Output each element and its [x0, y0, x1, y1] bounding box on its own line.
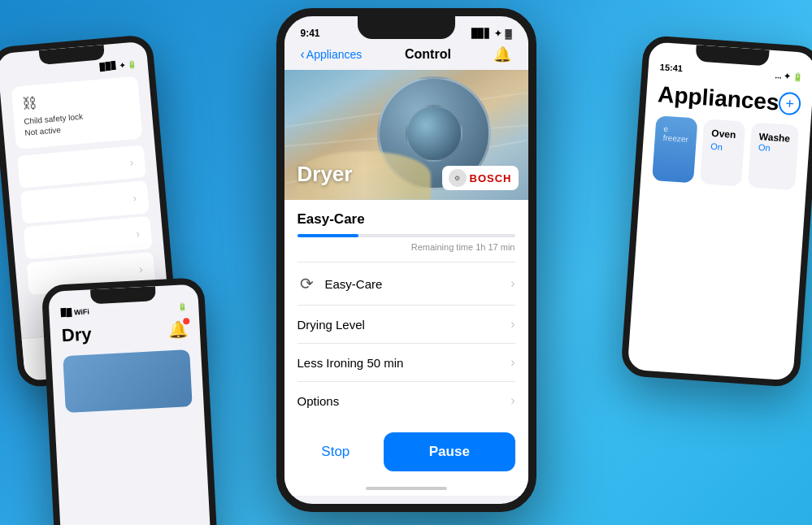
freezer-card[interactable]: e freezer: [652, 115, 698, 183]
easy-care-label: Easy-Care: [325, 277, 383, 291]
phone-bottom-left: ▉▉ WiFi 🔋 Dry 🔔: [41, 277, 219, 525]
oven-card[interactable]: Oven On: [700, 119, 745, 186]
appliance-cards: e freezer Oven On Washe On: [652, 115, 799, 190]
nav-bell-icon[interactable]: 🔔: [493, 46, 511, 63]
lock-icon: ⛓: [22, 95, 38, 113]
program-title: Easy-Care: [297, 211, 515, 228]
menu-item-ironing-left: Less Ironing 50 min: [297, 356, 404, 370]
signal-icon: ▉▊▋: [471, 28, 491, 39]
menu-item-options[interactable]: Options ›: [297, 382, 515, 419]
child-lock-card: ⛓ Child safety lock Not active: [11, 76, 143, 150]
back-label: Appliances: [306, 48, 363, 61]
menu-item-easy-care-left: ⟳ Easy-Care: [297, 274, 383, 293]
plus-icon: +: [785, 95, 795, 113]
menu-item-easy-care[interactable]: ⟳ Easy-Care ›: [297, 262, 515, 306]
right-status-icons: ... ✦ 🔋: [775, 71, 803, 81]
center-nav-title: Control: [405, 47, 451, 62]
freezer-label: e freezer: [662, 124, 689, 144]
appliances-title: Appliances: [657, 81, 779, 115]
phone-center: 9:41 ▉▊▋ ✦ ▓ ‹ Appliances Control 🔔 Drye…: [276, 8, 536, 512]
pause-button[interactable]: Pause: [384, 432, 515, 471]
options-label: Options: [297, 394, 340, 408]
progress-bar-fill: [297, 234, 358, 237]
chevron-icon-4: ›: [138, 262, 143, 276]
less-ironing-chevron-icon: ›: [510, 355, 515, 370]
menu-list: ⟳ Easy-Care › Drying Level › Less Ironin…: [297, 262, 515, 419]
right-header: Appliances +: [657, 81, 801, 117]
drying-level-chevron-icon: ›: [510, 317, 515, 332]
dry-title: Dry: [61, 323, 92, 346]
bosch-badge: ⚙ BOSCH: [442, 166, 519, 190]
options-chevron-icon: ›: [510, 393, 515, 408]
dry-header: Dry 🔔: [61, 319, 189, 346]
remaining-time: Remaining time 1h 17 min: [297, 242, 515, 252]
notification-bell[interactable]: 🔔: [167, 319, 189, 340]
add-appliance-button[interactable]: +: [778, 92, 801, 116]
menu-item-drying-level[interactable]: Drying Level ›: [297, 306, 515, 344]
notification-dot: [183, 318, 189, 324]
program-section: Easy-Care Remaining time 1h 17 min ⟳ Eas…: [284, 200, 528, 419]
oven-status: On: [710, 141, 736, 153]
phone-right: 15:41 ... ✦ 🔋 Appliances + e freezer Ove…: [620, 35, 812, 388]
washer-card[interactable]: Washe On: [748, 122, 800, 190]
menu-item-options-left: Options: [297, 394, 340, 408]
easy-care-chevron-icon: ›: [510, 276, 515, 291]
action-buttons: Stop Pause: [284, 419, 528, 481]
center-status-icons: ▉▊▋ ✦ ▓: [471, 28, 511, 39]
home-bar: [366, 487, 447, 490]
appliance-thumb-1[interactable]: [63, 349, 192, 413]
center-notch: [358, 16, 455, 39]
chevron-icon-3: ›: [136, 227, 141, 240]
bosch-name: BOSCH: [470, 172, 512, 184]
dryer-label: Dryer: [297, 162, 353, 187]
chevron-icon-1: ›: [129, 155, 134, 168]
bosch-circle-icon: ⚙: [449, 169, 467, 187]
right-time: 15:41: [659, 62, 683, 73]
home-indicator: [284, 481, 528, 496]
easy-care-icon: ⟳: [297, 274, 317, 293]
battery-icon: ▓: [505, 28, 511, 38]
chevron-icon-2: ›: [132, 191, 137, 204]
back-button[interactable]: ‹ Appliances: [301, 47, 363, 62]
center-time: 9:41: [301, 28, 320, 39]
drum-inner: [406, 105, 462, 162]
wifi-icon: ✦: [494, 28, 502, 39]
progress-bar-track: [297, 234, 515, 237]
drying-level-label: Drying Level: [297, 318, 365, 332]
bl-status-left: ▉▉ WiFi: [60, 307, 89, 317]
stop-button[interactable]: Stop: [297, 432, 375, 471]
back-chevron-icon: ‹: [301, 47, 305, 62]
dryer-hero-image: Dryer ⚙ BOSCH: [284, 70, 528, 200]
signal-left: ▉▉▊ ✦ 🔋: [99, 60, 137, 72]
menu-item-less-ironing[interactable]: Less Ironing 50 min ›: [297, 344, 515, 382]
less-ironing-label: Less Ironing 50 min: [297, 356, 404, 370]
menu-item-drying-left: Drying Level: [297, 318, 365, 332]
bl-status-right: 🔋: [178, 302, 188, 311]
center-nav-bar: ‹ Appliances Control 🔔: [284, 39, 528, 70]
oven-title: Oven: [711, 128, 737, 141]
